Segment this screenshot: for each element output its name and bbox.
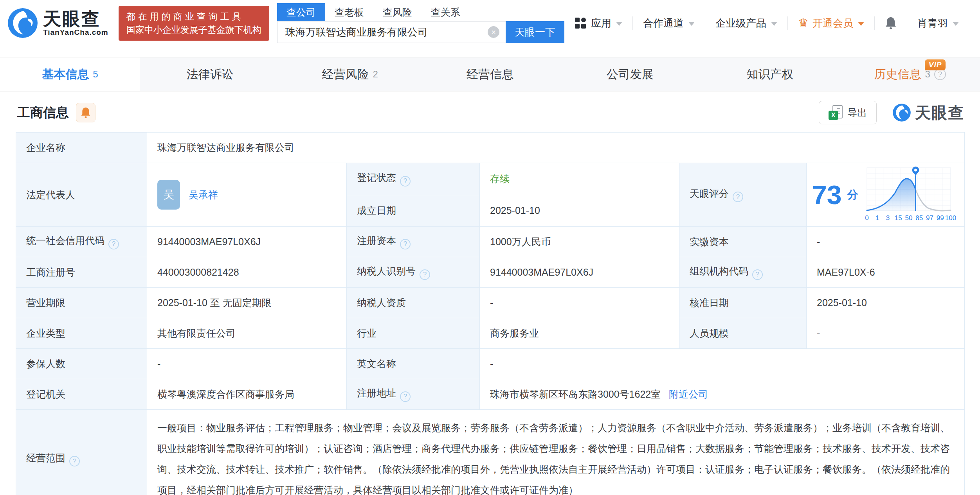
search-button[interactable]: 天眼一下 bbox=[506, 21, 564, 43]
field-label: 工商注册号 bbox=[16, 257, 147, 288]
svg-text:3: 3 bbox=[886, 214, 889, 222]
avatar: 吴 bbox=[157, 180, 180, 210]
clear-search-icon[interactable]: × bbox=[488, 26, 499, 38]
field-label: 纳税人资质 bbox=[347, 288, 480, 318]
help-icon[interactable] bbox=[400, 239, 411, 249]
table-row: 企业类型 其他有限责任公司 行业 商务服务业 人员规模 - bbox=[16, 318, 965, 349]
help-icon[interactable] bbox=[752, 269, 763, 280]
tab-company-development[interactable]: 公司发展 bbox=[560, 57, 700, 91]
score-unit: 分 bbox=[847, 187, 858, 202]
field-label: 法定代表人 bbox=[16, 163, 147, 227]
tab-label: 历史信息 bbox=[874, 66, 921, 82]
tab-intellectual-property[interactable]: 知识产权 bbox=[700, 57, 840, 91]
business-term-value: 2025-01-10 至 无固定期限 bbox=[147, 288, 347, 318]
field-label: 纳税人识别号 bbox=[347, 257, 480, 288]
export-label: 导出 bbox=[847, 106, 867, 119]
nav-username: 肖青羽 bbox=[917, 16, 948, 30]
field-label: 组织机构代码 bbox=[679, 257, 807, 288]
field-label: 经营范围 bbox=[16, 410, 147, 495]
svg-text:99: 99 bbox=[936, 214, 944, 222]
nav-apps-label: 应用 bbox=[591, 16, 611, 30]
tab-history-info[interactable]: VIP 历史信息 3 ? bbox=[840, 57, 980, 91]
section-title: 工商信息 bbox=[17, 104, 69, 122]
nav-open-membership[interactable]: ♛ 开通会员 bbox=[787, 16, 874, 30]
svg-text:0: 0 bbox=[865, 214, 868, 222]
field-label: 实缴资本 bbox=[679, 227, 807, 257]
field-label: 成立日期 bbox=[347, 195, 480, 227]
help-icon[interactable] bbox=[108, 239, 119, 249]
search-tab-risk[interactable]: 查风险 bbox=[373, 3, 422, 21]
tab-operation-info[interactable]: 经营信息 bbox=[420, 57, 560, 91]
tab-label: 经营信息 bbox=[467, 66, 513, 82]
tab-label: 知识产权 bbox=[746, 66, 793, 82]
tab-count: 5 bbox=[93, 69, 98, 80]
search-tab-boss[interactable]: 查老板 bbox=[325, 3, 373, 21]
approval-date-value: 2025-01-10 bbox=[807, 288, 965, 318]
tianyancha-logo[interactable]: 天眼查 TianYanCha.com bbox=[7, 7, 108, 39]
business-info-section-head: 工商信息 X 导出 天眼查 bbox=[0, 91, 980, 132]
nav-partner[interactable]: 合作通道 bbox=[632, 16, 705, 30]
excel-icon: X bbox=[829, 105, 843, 120]
export-button[interactable]: X 导出 bbox=[819, 101, 877, 124]
field-label: 人员规模 bbox=[679, 318, 807, 349]
nav-notifications[interactable] bbox=[874, 16, 907, 30]
svg-text:1: 1 bbox=[876, 214, 879, 222]
table-row: 统一社会信用代码 91440003MAE97L0X6J 注册资本 1000万人民… bbox=[16, 227, 965, 257]
apps-grid-icon bbox=[575, 17, 586, 29]
paid-capital-value: - bbox=[807, 227, 965, 257]
table-row: 经营范围 一般项目：物业服务评估；工程管理服务；物业管理；会议及展览服务；劳务服… bbox=[16, 410, 965, 495]
tab-label: 公司发展 bbox=[607, 66, 654, 82]
chevron-down-icon bbox=[688, 22, 695, 26]
field-label: 企业类型 bbox=[16, 318, 147, 349]
search-input[interactable] bbox=[277, 21, 506, 43]
field-label: 企业名称 bbox=[16, 133, 147, 163]
legal-rep-cell: 吴 吴承祥 bbox=[147, 163, 347, 227]
tyc-score-cell: 73 分 bbox=[807, 163, 965, 227]
status-badge: 存续 bbox=[490, 173, 510, 184]
tab-count: 2 bbox=[373, 69, 378, 80]
nav-member-label: 开通会员 bbox=[812, 16, 853, 30]
help-icon[interactable] bbox=[400, 391, 411, 402]
monitor-bell-button[interactable] bbox=[76, 103, 95, 122]
nav-apps[interactable]: 应用 bbox=[564, 16, 632, 30]
search-tab-company[interactable]: 查公司 bbox=[277, 3, 325, 21]
reg-address-value: 珠海市横琴新区环岛东路3000号1622室 附近公司 bbox=[480, 379, 965, 410]
slogan-line1: 都在用的商业查询工具 bbox=[126, 10, 261, 23]
tianyancha-watermark: 天眼查 bbox=[892, 102, 964, 124]
org-code-value: MAE97L0X-6 bbox=[807, 257, 965, 288]
nearby-companies-link[interactable]: 附近公司 bbox=[669, 389, 708, 400]
header-nav: 应用 合作通道 企业级产品 ♛ 开通会员 肖青羽 bbox=[564, 16, 969, 30]
taxpayer-id-value: 91440003MAE97L0X6J bbox=[480, 257, 679, 288]
tab-legal-litigation[interactable]: 法律诉讼 bbox=[140, 57, 280, 91]
help-icon[interactable] bbox=[69, 456, 80, 466]
field-label: 英文名称 bbox=[347, 349, 480, 379]
svg-text:50: 50 bbox=[905, 214, 912, 222]
slogan-line2: 国家中小企业发展子基金旗下机构 bbox=[126, 23, 261, 37]
nav-enterprise[interactable]: 企业级产品 bbox=[705, 16, 787, 30]
help-icon[interactable] bbox=[733, 192, 743, 202]
english-name-value: - bbox=[480, 349, 965, 379]
svg-text:97: 97 bbox=[926, 214, 933, 222]
search-tab-relation[interactable]: 查关系 bbox=[422, 3, 470, 21]
tab-operation-risk[interactable]: 经营风险 2 bbox=[280, 57, 420, 91]
business-registration-table: 企业名称 珠海万联智达商业服务有限公司 法定代表人 吴 吴承祥 登记状态 存续 … bbox=[16, 132, 965, 495]
field-label: 登记机关 bbox=[16, 379, 147, 410]
search-area: 查公司 查老板 查风险 查关系 × 天眼一下 bbox=[277, 3, 564, 43]
svg-text:15: 15 bbox=[894, 214, 902, 222]
tab-basic-info[interactable]: 基本信息 5 bbox=[0, 57, 140, 91]
reg-capital-value: 1000万人民币 bbox=[480, 227, 679, 257]
field-label: 核准日期 bbox=[679, 288, 807, 318]
chevron-down-icon bbox=[771, 22, 777, 26]
tab-label: 经营风险 bbox=[322, 66, 369, 82]
table-row: 法定代表人 吴 吴承祥 登记状态 存续 天眼评分 73 分 bbox=[16, 163, 965, 195]
nav-user[interactable]: 肖青羽 bbox=[907, 16, 969, 30]
bell-icon bbox=[81, 107, 91, 118]
table-row: 营业期限 2025-01-10 至 无固定期限 纳税人资质 - 核准日期 202… bbox=[16, 288, 965, 318]
legal-rep-link[interactable]: 吴承祥 bbox=[189, 188, 218, 201]
field-label: 行业 bbox=[347, 318, 480, 349]
staff-size-value: - bbox=[807, 318, 965, 349]
help-icon[interactable] bbox=[420, 269, 430, 280]
tab-label: 法律诉讼 bbox=[187, 66, 234, 82]
help-icon[interactable] bbox=[400, 176, 411, 187]
company-type-value: 其他有限责任公司 bbox=[147, 318, 347, 349]
